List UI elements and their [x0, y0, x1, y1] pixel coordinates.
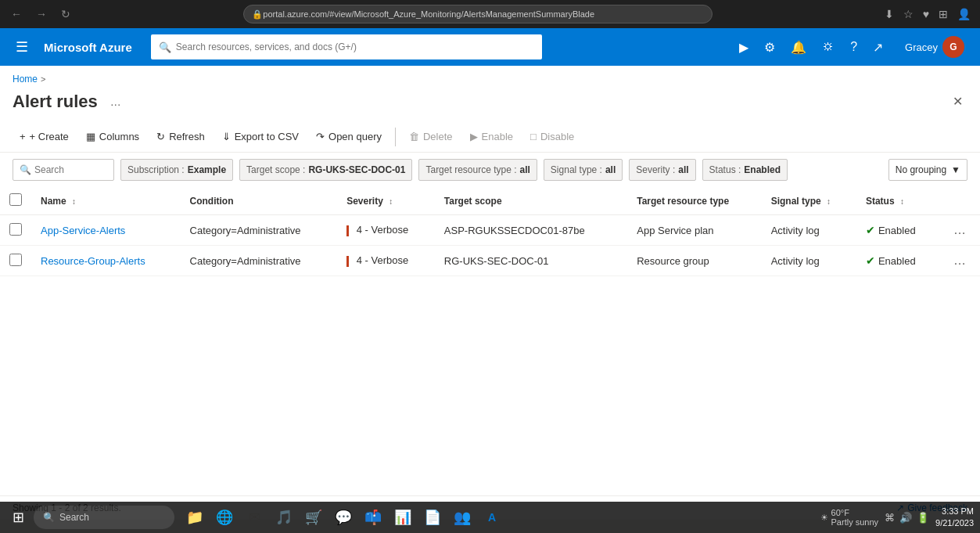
taskbar-app-files[interactable]: 📁	[181, 503, 209, 520]
azure-topnav: ☰ Microsoft Azure 🔍 ▶ ⚙ 🔔 ⛭ ? ↗ Gracey G	[0, 28, 980, 66]
grouping-dropdown[interactable]: No grouping ▼	[888, 159, 967, 181]
signal-type-filter[interactable]: Signal type : all	[544, 159, 623, 181]
azure-search-bar[interactable]: 🔍	[151, 34, 542, 59]
row2-status-cell: ✔ Enabled	[856, 246, 939, 276]
taskbar-app-teams-personal[interactable]: 💬	[329, 503, 357, 520]
enable-button[interactable]: ▶ Enable	[463, 126, 520, 147]
feedback-icon[interactable]: ↗	[867, 35, 889, 59]
search-input[interactable]	[34, 164, 105, 175]
table-row: App-Service-Alerts Category=Administrati…	[0, 215, 980, 246]
target-scope-value: RG-UKS-SEC-DOC-01	[308, 164, 405, 175]
disable-icon: □	[530, 131, 537, 142]
search-magnifier-icon: 🔍	[20, 164, 31, 175]
severity-column-header[interactable]: Severity ↕	[337, 187, 435, 215]
columns-icon: ▦	[86, 131, 95, 142]
refresh-button[interactable]: ↻ Refresh	[149, 126, 212, 147]
battery-icon: 🔋	[917, 512, 929, 520]
status-value: Enabled	[744, 164, 781, 175]
row2-severity-cell: 4 - Verbose	[337, 246, 435, 276]
azure-logo: Microsoft Azure	[44, 41, 132, 54]
user-profile-icon[interactable]: 👤	[954, 5, 974, 23]
delete-button[interactable]: 🗑 Delete	[402, 126, 460, 147]
address-bar[interactable]: 🔒 portal.azure.com/#view/Microsoft_Azure…	[243, 5, 713, 23]
taskbar-time-value: 3:33 PM	[935, 506, 974, 517]
taskbar-app-excel[interactable]: 📊	[389, 503, 417, 520]
forward-button[interactable]: →	[31, 5, 52, 23]
row1-more-button[interactable]: …	[949, 221, 971, 239]
avatar: G	[942, 36, 964, 58]
enable-icon: ▶	[470, 131, 478, 142]
disable-button[interactable]: □ Disable	[523, 126, 581, 147]
settings-gear-icon[interactable]: ⛭	[816, 35, 841, 59]
taskbar-app-teams[interactable]: 👥	[448, 503, 476, 520]
taskbar: ⊞ 🔍 Search 📁 🌐 ✉ 🎵 🛒 💬 📫 📊 📄 👥 A ☀ 60°F …	[0, 502, 980, 520]
taskbar-app-music[interactable]: 🎵	[270, 503, 298, 520]
status-label: Status :	[709, 164, 741, 175]
row1-condition-cell: Category=Administrative	[181, 215, 338, 246]
refresh-button[interactable]: ↻	[56, 5, 75, 23]
user-account-button[interactable]: Gracey G	[899, 33, 971, 61]
row2-condition-cell: Category=Administrative	[181, 246, 338, 276]
extensions-icon[interactable]: ⊞	[935, 5, 951, 23]
row2-signal-type-cell: Activity log	[762, 246, 856, 276]
signal-type-column-header[interactable]: Signal type ↕	[762, 187, 856, 215]
severity-filter[interactable]: Severity : all	[629, 159, 695, 181]
windows-start-button[interactable]: ⊞	[6, 506, 31, 520]
status-filter[interactable]: Status : Enabled	[702, 159, 788, 181]
cloud-shell-icon[interactable]: ▶	[733, 35, 755, 59]
breadcrumb-home[interactable]: Home	[13, 74, 38, 85]
select-all-checkbox[interactable]	[9, 193, 22, 206]
row1-status-value: ✔ Enabled	[866, 224, 930, 236]
close-button[interactable]: ✕	[948, 91, 967, 112]
resource-type-value: all	[520, 164, 530, 175]
filters-bar: 🔍 Subscription : Example Target scope : …	[0, 153, 980, 187]
back-button[interactable]: ←	[6, 5, 27, 23]
name-sort-icon: ↕	[72, 197, 76, 206]
taskbar-clock[interactable]: 3:33 PM 9/21/2023	[935, 506, 974, 520]
row1-name-link[interactable]: App-Service-Alerts	[41, 225, 125, 236]
select-all-header	[0, 187, 31, 215]
target-scope-label: Target scope :	[246, 164, 305, 175]
heart-icon[interactable]: ♥	[920, 5, 932, 23]
notifications-icon[interactable]: 🔔	[784, 35, 813, 59]
row2-name-link[interactable]: Resource-Group-Alerts	[41, 255, 145, 267]
taskbar-app-outlook[interactable]: 📫	[359, 503, 387, 520]
status-column-header[interactable]: Status ↕	[856, 187, 939, 215]
create-button[interactable]: + + Create	[13, 126, 76, 147]
row1-resource-type-cell: App Service plan	[627, 215, 761, 246]
bookmark-star-icon[interactable]: ☆	[900, 5, 917, 23]
name-column-header[interactable]: Name ↕	[31, 187, 181, 215]
subscription-filter[interactable]: Subscription : Example	[120, 159, 233, 181]
portal-settings-icon[interactable]: ⚙	[758, 35, 781, 59]
row2-target-scope-cell: RG-UKS-SEC-DOC-01	[435, 246, 627, 276]
page-info-icon[interactable]: …	[107, 94, 124, 110]
help-icon[interactable]: ?	[844, 35, 863, 59]
taskbar-app-azure[interactable]: A	[478, 503, 506, 520]
toolbar-separator	[395, 128, 396, 146]
search-box[interactable]: 🔍	[13, 159, 114, 181]
target-scope-column-header: Target scope	[435, 187, 627, 215]
taskbar-app-mail[interactable]: ✉	[240, 503, 268, 520]
row2-more-button[interactable]: …	[949, 252, 971, 269]
taskbar-weather[interactable]: ☀ 60°F Partly sunny	[820, 508, 879, 520]
taskbar-date-value: 9/21/2023	[935, 517, 974, 520]
row1-status-cell: ✔ Enabled	[856, 215, 939, 246]
target-scope-filter[interactable]: Target scope : RG-UKS-SEC-DOC-01	[239, 159, 412, 181]
row1-checkbox[interactable]	[9, 223, 22, 236]
resource-type-column-header: Target resource type	[627, 187, 761, 215]
taskbar-app-store[interactable]: 🛒	[300, 503, 328, 520]
row2-checkbox[interactable]	[9, 254, 22, 266]
open-query-button[interactable]: ↷ Open query	[309, 126, 389, 147]
export-button[interactable]: ⇓ Export to CSV	[215, 126, 306, 147]
resource-type-filter[interactable]: Target resource type : all	[418, 159, 537, 181]
taskbar-app-edge[interactable]: 🌐	[210, 503, 239, 520]
columns-button[interactable]: ▦ Columns	[79, 126, 146, 147]
query-icon: ↷	[316, 131, 325, 142]
taskbar-search[interactable]: 🔍 Search	[34, 506, 174, 520]
taskbar-app-word[interactable]: 📄	[418, 503, 447, 520]
hamburger-menu-button[interactable]: ☰	[9, 35, 34, 59]
download-icon[interactable]: ⬇	[881, 5, 897, 23]
azure-search-input[interactable]	[176, 41, 534, 52]
table-container: Name ↕ Condition Severity ↕ Target scope	[0, 187, 980, 276]
actions-column-header	[939, 187, 980, 215]
